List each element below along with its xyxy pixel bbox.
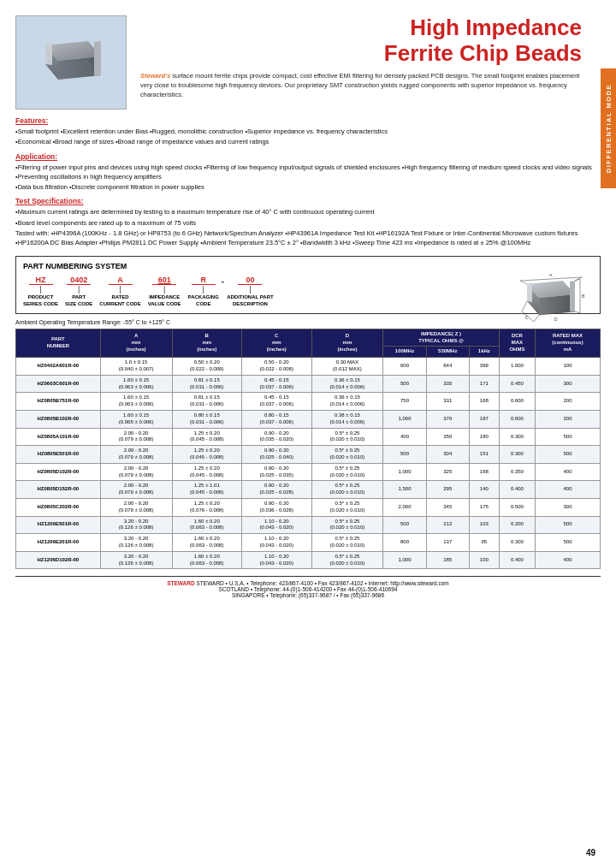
table-row: HZ1206D102R-003.20 - 0.20 (0.126 ± 0.008… — [16, 551, 601, 569]
pns-arrow-4: | — [203, 286, 204, 294]
data-cell: 0.45 - 0.15 (0.037 - 0.006) — [242, 393, 311, 411]
svg-text:A: A — [549, 274, 553, 277]
data-cell: 300 — [536, 498, 601, 516]
pns-value-601: 601 — [152, 276, 176, 285]
data-cell: 0.400 — [499, 481, 535, 499]
part-number-cell: HZ1206E201R-00 — [16, 534, 101, 552]
data-cell: 0.300 — [499, 534, 535, 552]
table-row: HZ1206E501R-003.20 - 0.20 (0.126 ± 0.008… — [16, 516, 601, 534]
data-cell: 175 — [469, 498, 499, 516]
data-cell: 1.10 - 0.20 (0.043 - 0.020) — [242, 551, 311, 569]
pns-label-additional: ADDITIONAL PARTDESCRIPTION — [227, 294, 273, 308]
data-cell: 3.20 - 0.20 (0.126 ± 0.008) — [100, 516, 172, 534]
th-100mhz: 100MHz — [383, 347, 426, 358]
data-cell: 1.60 ± 0.15 (0.065 ± 0.006) — [100, 411, 172, 429]
pns-label-product: PRODUCTSERIES CODE — [23, 294, 58, 308]
part-number-cell: HZ0402A601R-00 — [16, 358, 101, 376]
data-cell: 0.600 — [499, 411, 535, 429]
application-section: Application: •Filtering of power input p… — [15, 152, 601, 193]
data-cell: 500 — [536, 428, 601, 446]
svg-text:C: C — [525, 315, 529, 320]
pns-diagram: HZ | PRODUCTSERIES CODE 0402 | PARTSIZE … — [23, 276, 274, 308]
application-heading: Application: — [15, 152, 601, 161]
header-description: Steward's surface mount ferrite chips pr… — [140, 72, 582, 100]
data-cell: 171 — [469, 375, 499, 393]
data-cell: 0.90 - 0.20 (0.036 - 0.028) — [242, 498, 311, 516]
th-rated-max: RATED MAX(continuous)mA — [536, 329, 601, 357]
pns-arrow-0: | — [39, 286, 41, 294]
data-cell: 168 — [469, 393, 499, 411]
page-title: High Impedance Ferrite Chip Beads — [140, 15, 582, 67]
part-number-cell: HZ0805C202R-00 — [16, 498, 101, 516]
pns-col-packaging: R | PACKAGINGCODE — [188, 276, 219, 308]
data-cell: 0.36 ± 0.15 (0.014 ± 0.006) — [311, 393, 383, 411]
pns-col-current: A | RATEDCURRENT CODE — [99, 276, 140, 308]
footer-line2: SCOTLAND • Telephone: 44-(0)1-506-414200… — [15, 586, 601, 592]
data-cell: 500 — [383, 446, 426, 464]
data-cell: 335 — [426, 375, 469, 393]
data-cell: 200 — [536, 411, 601, 429]
header-right: High Impedance Ferrite Chip Beads Stewar… — [140, 15, 601, 99]
data-cell: 1.60 ± 0.15 (0.063 ± 0.006) — [100, 393, 172, 411]
data-cell: 0.5* ± 0.25 (0.020 ± 0.010) — [311, 446, 383, 464]
data-cell: 100 — [469, 551, 499, 569]
table-row: HZ0805D102R-002.00 - 0.20 (0.079 ± 0.008… — [16, 463, 601, 481]
svg-line-17 — [520, 277, 582, 281]
data-cell: 500 — [383, 375, 426, 393]
svg-line-19 — [522, 301, 527, 311]
pns-label-size: PARTSIZE CODE — [65, 294, 92, 308]
th-d: Dmm(inches) — [311, 329, 383, 357]
data-cell: 376 — [426, 411, 469, 429]
data-cell: 1.60 ± 0.20 (0.063 - 0.008) — [172, 516, 241, 534]
data-cell: 1.10 - 0.20 (0.043 - 0.020) — [242, 534, 311, 552]
features-text: •Small footprint •Excellent retention un… — [15, 127, 601, 147]
footer-line3: SINGAPORE • Telephone: (65)337-9687 / • … — [15, 592, 601, 598]
data-cell: 0.50 - 0.20 (0.022 - 0.008) — [242, 358, 311, 376]
pns-value-hz: HZ — [29, 276, 53, 285]
data-cell: 0.5* ± 0.25 (0.020 ± 0.010) — [311, 498, 383, 516]
data-cell: 500 — [536, 516, 601, 534]
data-cell: 0.90 - 0.20 (0.025 - 0.035) — [242, 463, 311, 481]
data-cell: 295 — [426, 481, 469, 499]
data-cell: 1.60 ± 0.20 (0.063 - 0.008) — [172, 534, 241, 552]
part-number-cell: HZ0805B751R-00 — [16, 393, 101, 411]
data-cell: 1.25 ± 0.20 (0.045 - 0.008) — [172, 463, 241, 481]
pns-dash: - — [222, 276, 224, 286]
data-cell: 1,000 — [383, 411, 426, 429]
page-number: 49 — [586, 845, 595, 857]
data-cell: 0.300 — [499, 446, 535, 464]
part-number-cell: HZ0805D152R-00 — [16, 481, 101, 499]
data-cell: 0.300 — [499, 428, 535, 446]
svg-line-15 — [520, 281, 527, 284]
side-tab: DIFFERENTIAL MODE — [601, 68, 616, 188]
th-dcr: DCRMAXOHMS — [499, 329, 535, 357]
data-cell: 1.25 ± 1.01 (0.045 - 0.008) — [172, 481, 241, 499]
data-cell: 151 — [469, 446, 499, 464]
data-cell: 0.81 ± 0.15 (0.031 - 0.006) — [172, 375, 241, 393]
part-number-cell: HZ0805A101R-00 — [16, 428, 101, 446]
part-number-cell: HZ1206D102R-00 — [16, 551, 101, 569]
data-cell: 0.5* ± 0.25 (0.020 ± 0.010) — [311, 551, 383, 569]
data-cell: 140 — [469, 481, 499, 499]
data-cell: 185 — [426, 551, 469, 569]
application-text: •Filtering of power input pins and devic… — [15, 163, 601, 193]
th-a: Amm(inches) — [100, 329, 172, 357]
svg-marker-5 — [94, 41, 101, 76]
table-row: HZ0603C601R-001.60 ± 0.15 (0.063 ± 0.006… — [16, 375, 601, 393]
features-heading: Features: — [15, 116, 601, 125]
svg-text:B: B — [582, 294, 584, 299]
data-cell: 2.00 - 0.20 (0.079 ± 0.008) — [100, 498, 172, 516]
data-cell: 0.90 - 0.20 (0.025 - 0.028) — [242, 481, 311, 499]
th-b: Bmm(inches) — [172, 329, 241, 357]
data-cell: 2,000 — [383, 498, 426, 516]
data-cell: 750 — [383, 393, 426, 411]
pns-title: PART NUMBERING SYSTEM — [23, 262, 593, 270]
pns-arrow-3: | — [163, 286, 165, 294]
data-cell: 1.25 ± 0.20 (0.045 - 0.008) — [172, 428, 241, 446]
data-cell: 0.600 — [499, 393, 535, 411]
data-cell: 300 — [536, 375, 601, 393]
data-cell: 137 — [426, 534, 469, 552]
svg-marker-9 — [527, 282, 532, 302]
pns-value-r: R — [192, 276, 216, 285]
table-row: HZ0402A601R-001.0 ± 0.15 (0.040 ± 0.007)… — [16, 358, 601, 376]
